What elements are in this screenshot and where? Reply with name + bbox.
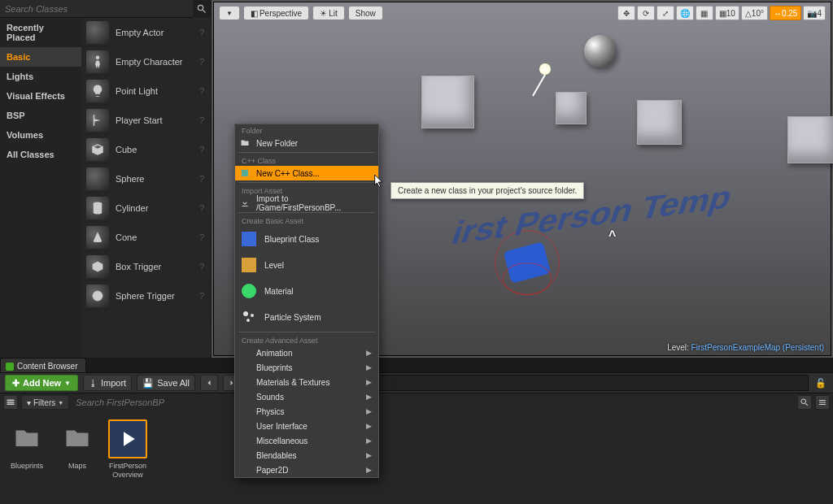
search-icon[interactable] [193, 0, 211, 18]
place-actors-panel: Recently Placed Basic Lights Visual Effe… [0, 0, 212, 358]
grid-snap-button[interactable]: ▦ 10 [715, 6, 739, 20]
menu-new-folder[interactable]: New Folder [235, 136, 378, 150]
category-lights[interactable]: Lights [0, 67, 81, 86]
menu-materials-textures[interactable]: Materials & Textures▶ [235, 375, 378, 389]
help-icon[interactable]: ? [199, 262, 204, 272]
menu-import-asset[interactable]: Import to /Game/FirstPersonBP... [235, 196, 378, 211]
placeable-list: Empty Actor? Empty Character? Point Ligh… [81, 18, 211, 358]
menu-miscellaneous[interactable]: Miscellaneous▶ [235, 433, 378, 448]
tooltip: Create a new class in your project's sou… [390, 182, 584, 199]
actor-cube[interactable]: Cube? [81, 135, 211, 164]
cube-icon [86, 138, 109, 161]
material-icon [238, 280, 259, 302]
svg-rect-3 [242, 232, 256, 246]
import-icon [238, 197, 251, 210]
rotate-mode-button[interactable]: ⟳ [637, 6, 655, 20]
menu-section-advanced: Create Advanced Asset [235, 334, 378, 345]
chevron-right-icon: ▶ [366, 349, 372, 357]
angle-snap-button[interactable]: △ 10° [741, 6, 768, 20]
content-browser-panel: Content Browser ✚Add New▼ ⭳Import 💾Save … [0, 358, 833, 504]
help-icon[interactable]: ? [199, 232, 204, 242]
menu-paper2d[interactable]: Paper2D▶ [235, 463, 378, 477]
category-basic[interactable]: Basic [0, 47, 81, 67]
camera-speed-button[interactable]: 📷 4 [803, 6, 826, 20]
lock-icon[interactable]: 🔓 [813, 378, 828, 389]
actor-box-trigger[interactable]: Box Trigger? [81, 252, 211, 281]
cylinder-icon [86, 197, 109, 219]
add-new-button[interactable]: ✚Add New▼ [5, 375, 78, 391]
add-new-context-menu: Folder New Folder C++ Class New C++ Clas… [234, 124, 379, 478]
menu-animation[interactable]: Animation▶ [235, 345, 378, 360]
category-all-classes[interactable]: All Classes [0, 145, 81, 164]
category-bsp[interactable]: BSP [0, 106, 81, 125]
menu-sounds[interactable]: Sounds▶ [235, 389, 378, 404]
help-icon[interactable]: ? [199, 145, 204, 154]
actor-empty-actor[interactable]: Empty Actor? [81, 18, 211, 47]
tutorial-icon [108, 419, 147, 458]
import-button[interactable]: ⭳Import [83, 375, 132, 391]
perspective-button[interactable]: ◧Perspective [243, 6, 309, 20]
menu-level[interactable]: Level [235, 252, 378, 278]
actor-point-light[interactable]: Point Light? [81, 76, 211, 106]
save-all-button[interactable]: 💾Save All [137, 375, 195, 391]
actor-empty-character[interactable]: Empty Character? [81, 47, 211, 76]
chevron-right-icon: ▶ [366, 393, 372, 401]
menu-section-cpp: C++ Class [235, 154, 378, 166]
help-icon[interactable]: ? [199, 174, 204, 184]
help-icon[interactable]: ? [199, 86, 204, 96]
help-icon[interactable]: ? [199, 291, 204, 301]
actor-sphere-trigger[interactable]: Sphere Trigger? [81, 281, 211, 311]
menu-user-interface[interactable]: User Interface▶ [235, 419, 378, 433]
sources-toggle-button[interactable] [3, 395, 18, 410]
viewport-options-button[interactable]: ▼ [219, 6, 240, 20]
asset-grid[interactable]: Blueprints Maps FirstPerson Overview [0, 413, 833, 504]
content-search-input[interactable] [72, 398, 794, 407]
content-search-icon[interactable] [797, 395, 812, 410]
help-icon[interactable]: ? [199, 28, 204, 37]
chevron-right-icon: ▶ [366, 378, 372, 386]
sphere-icon [86, 167, 109, 190]
scale-snap-button[interactable]: ↔ 0.25 [770, 6, 801, 20]
scale-mode-button[interactable]: ⤢ [656, 6, 674, 20]
nav-back-button[interactable] [200, 375, 218, 391]
menu-blueprint-class[interactable]: Blueprint Class [235, 226, 378, 252]
category-visual-effects[interactable]: Visual Effects [0, 86, 81, 106]
blueprint-icon [238, 228, 259, 250]
help-icon[interactable]: ? [199, 203, 204, 213]
menu-blueprints[interactable]: Blueprints▶ [235, 360, 378, 375]
wirecube-icon [86, 255, 109, 278]
menu-material[interactable]: Material [235, 278, 378, 304]
actor-cylinder[interactable]: Cylinder? [81, 193, 211, 223]
help-icon[interactable]: ? [199, 57, 204, 67]
menu-new-cpp-class[interactable]: New C++ Class... [235, 166, 378, 180]
category-volumes[interactable]: Volumes [0, 125, 81, 145]
category-recently-placed[interactable]: Recently Placed [0, 18, 81, 47]
asset-firstperson-overview[interactable]: FirstPerson Overview [107, 419, 148, 480]
content-browser-filterbar: ▾Filters▼ [0, 393, 833, 411]
menu-particle-system[interactable]: Particle System [235, 304, 378, 330]
actor-cone[interactable]: Cone? [81, 223, 211, 252]
menu-physics[interactable]: Physics▶ [235, 404, 378, 419]
surface-snap-button[interactable]: ▦ [696, 6, 713, 20]
wiresphere-icon [86, 285, 109, 307]
actor-sphere[interactable]: Sphere? [81, 164, 211, 193]
level-label: Level: FirstPersonExampleMap (Persistent… [667, 343, 824, 352]
asset-blueprints-folder[interactable]: Blueprints [7, 419, 47, 471]
help-icon[interactable]: ? [199, 115, 204, 125]
cone-icon [86, 226, 109, 249]
folder-plus-icon [238, 137, 251, 150]
show-button[interactable]: Show [348, 6, 383, 20]
sphere-icon [86, 21, 109, 44]
asset-maps-folder[interactable]: Maps [57, 419, 98, 471]
particle-icon [238, 306, 259, 328]
menu-blendables[interactable]: Blendables▶ [235, 448, 378, 463]
view-options-button[interactable] [815, 395, 830, 410]
lit-button[interactable]: ☀Lit [312, 6, 345, 20]
category-list: Recently Placed Basic Lights Visual Effe… [0, 18, 81, 358]
actor-player-start[interactable]: Player Start? [81, 106, 211, 135]
translate-mode-button[interactable]: ✥ [617, 6, 635, 20]
filters-button[interactable]: ▾Filters▼ [21, 395, 69, 410]
coord-space-button[interactable]: 🌐 [676, 6, 694, 20]
class-search-input[interactable] [0, 0, 193, 17]
content-browser-tab[interactable]: Content Browser [0, 358, 86, 372]
